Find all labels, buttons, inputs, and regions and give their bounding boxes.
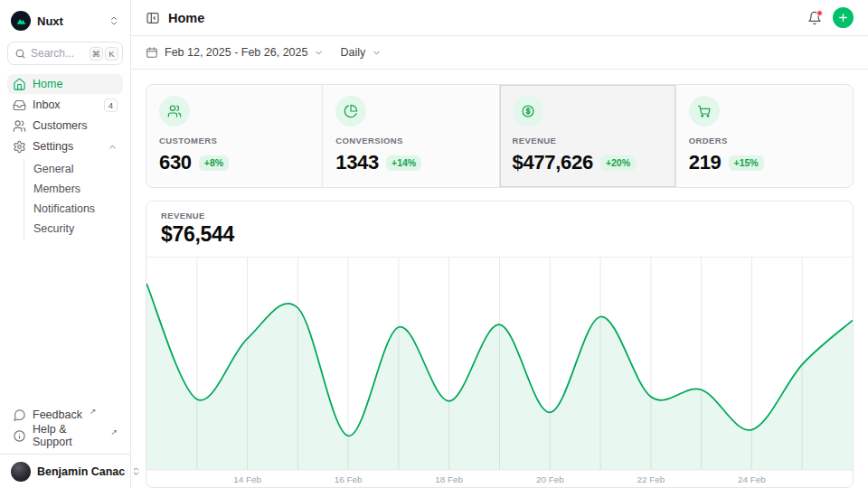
revenue-area-chart[interactable]: 14 Feb16 Feb18 Feb20 Feb22 Feb24 Feb [146,258,853,487]
topbar: Home [131,0,868,36]
gear-icon [13,140,26,154]
sidebar-item-label: Feedback [33,408,82,421]
search-icon [14,48,26,60]
stat-value: $477,626 [513,151,593,174]
stat-label: REVENUE [513,136,663,145]
dollar-circle-icon [513,96,543,127]
search-placeholder: Search... [31,47,74,60]
stat-orders[interactable]: ORDERS 219 +15% [676,85,853,187]
date-range-picker[interactable]: Feb 12, 2025 - Feb 26, 2025 [146,46,324,59]
stat-revenue[interactable]: REVENUE $477,626 +20% [500,85,676,187]
shopping-cart-icon [689,96,720,127]
svg-text:18 Feb: 18 Feb [435,474,463,484]
stat-delta-badge: +20% [600,155,636,171]
kbd-cmd: ⌘ [90,47,104,61]
stat-label: ORDERS [689,136,840,145]
sidebar-item-home[interactable]: Home [7,74,123,94]
main-panel: Home Feb 12, 2025 - Feb 26, 2025 [131,0,868,488]
revenue-chart-svg[interactable]: 14 Feb16 Feb18 Feb20 Feb22 Feb24 Feb [146,258,853,487]
avatar [11,462,31,482]
sidebar-item-feedback[interactable]: Feedback ↗ [7,405,123,425]
revenue-chart-card: REVENUE $76,544 14 Feb16 Feb18 Feb20 Feb… [146,201,854,488]
chart-header: REVENUE $76,544 [146,202,853,258]
sidebar-nav: Home Inbox 4 Customers Settings [7,74,123,239]
message-bubble-icon [13,408,26,422]
home-icon [13,78,26,91]
add-button[interactable] [833,7,854,28]
workspace-switcher[interactable]: Nuxt [7,9,123,33]
chart-value: $76,544 [161,222,838,247]
sidebar-collapse-button[interactable] [146,11,160,25]
notifications-button[interactable] [807,11,822,25]
topbar-actions [807,7,854,28]
user-menu[interactable]: Benjamin Canac [7,455,123,488]
search-input[interactable]: Search... ⌘ K [7,42,123,65]
svg-text:22 Feb: 22 Feb [637,474,665,484]
sidebar-item-label: Customers [33,119,87,132]
sidebar-item-settings[interactable]: Settings [7,136,123,156]
stat-label: CUSTOMERS [159,136,309,145]
inbox-icon [13,99,26,112]
sidebar-item-label: Home [33,78,62,90]
inbox-count-badge: 4 [104,99,118,112]
chevrons-up-down-icon [108,15,119,26]
app-root: Nuxt Search... ⌘ K Home [0,0,868,488]
user-name: Benjamin Canac [37,465,125,478]
stat-value: 1343 [335,151,379,174]
stat-value: 219 [689,151,722,174]
sidebar-item-customers[interactable]: Customers [7,116,123,136]
sidebar-item-members[interactable]: Members [24,179,123,199]
svg-text:20 Feb: 20 Feb [536,474,564,484]
workspace-name: Nuxt [37,14,63,28]
calendar-icon [146,46,158,59]
info-circle-icon [13,429,26,443]
chart-label: REVENUE [161,211,838,221]
sidebar: Nuxt Search... ⌘ K Home [0,0,131,488]
nuxt-logo-icon [11,11,31,31]
kbd-k: K [105,47,118,61]
date-range-value: Feb 12, 2025 - Feb 26, 2025 [165,46,307,59]
stat-customers[interactable]: CUSTOMERS 630 +8% [146,85,323,187]
stat-value: 630 [159,151,192,174]
external-link-icon: ↗ [110,427,118,436]
sidebar-item-label: Inbox [33,99,61,111]
users-icon [159,96,190,127]
sidebar-item-security[interactable]: Security [24,219,123,239]
stats-row: CUSTOMERS 630 +8% CONVERSIONS 1343 +14% [146,84,854,188]
content: CUSTOMERS 630 +8% CONVERSIONS 1343 +14% [131,70,868,488]
filters-bar: Feb 12, 2025 - Feb 26, 2025 Daily [131,36,868,70]
svg-text:14 Feb: 14 Feb [233,474,261,484]
sidebar-item-label: Settings [33,140,73,153]
chevron-down-icon [314,48,324,58]
stat-delta-badge: +8% [199,155,229,171]
svg-text:16 Feb: 16 Feb [335,474,363,484]
stat-label: CONVERSIONS [335,136,486,145]
chevron-down-icon [372,48,382,58]
sidebar-spacer [7,239,123,405]
granularity-select[interactable]: Daily [340,46,382,59]
sidebar-item-notifications[interactable]: Notifications [24,199,123,219]
page-title: Home [168,11,204,25]
stat-delta-badge: +15% [729,155,764,171]
sidebar-item-help-support[interactable]: Help & Support ↗ [7,426,123,446]
users-icon [13,119,26,133]
svg-text:24 Feb: 24 Feb [738,474,766,484]
chevron-up-icon [108,142,118,152]
stat-delta-badge: +14% [386,155,421,171]
settings-subnav: General Members Notifications Security [24,159,123,239]
panel-left-close-icon [146,11,160,25]
sidebar-item-inbox[interactable]: Inbox 4 [7,95,123,115]
granularity-value: Daily [340,46,365,59]
sidebar-item-general[interactable]: General [24,159,123,179]
notification-dot [816,10,823,16]
stat-conversions[interactable]: CONVERSIONS 1343 +14% [323,85,499,187]
sidebar-item-label: Help & Support [33,423,103,448]
chart-pie-icon [335,96,366,127]
search-shortcut: ⌘ K [90,47,119,61]
plus-icon [837,12,849,23]
external-link-icon: ↗ [90,407,97,416]
